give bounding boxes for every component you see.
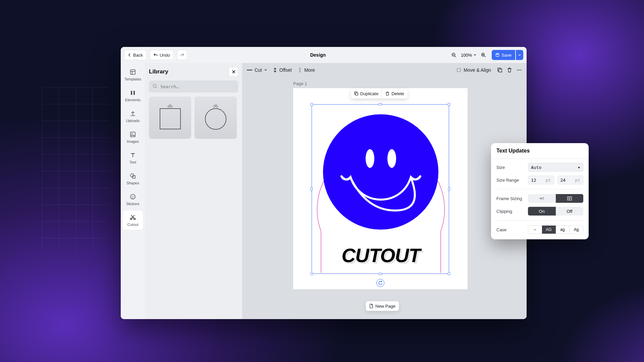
redo-button[interactable] [177, 50, 187, 60]
selection-box[interactable] [312, 104, 449, 274]
back-button[interactable]: Back [124, 50, 147, 60]
save-dropdown-button[interactable] [516, 50, 523, 60]
move-align-tool[interactable]: Move & Align [457, 67, 491, 73]
case-none[interactable]: – [528, 226, 542, 234]
zoom-in-button[interactable] [478, 50, 488, 60]
cut-tool-dropdown[interactable]: Cut [247, 67, 267, 73]
duplicate-button[interactable]: Duplicate [351, 88, 382, 99]
canvas-area[interactable]: Cut Offset More Move & Align [242, 63, 527, 319]
save-button[interactable]: Save [492, 50, 515, 60]
rail-text[interactable]: Text [123, 148, 143, 168]
divider [496, 189, 583, 189]
case-lower[interactable]: ag [556, 226, 570, 234]
size-max-input[interactable]: 24 pt [557, 176, 584, 184]
more-tool-dropdown[interactable]: More [298, 67, 315, 73]
case-title[interactable]: Ag [570, 226, 583, 234]
chevron-down-icon [264, 69, 267, 71]
size-label: Size [496, 165, 525, 170]
case-segmented[interactable]: – AG ag Ag [528, 225, 583, 234]
page-number: Page 1 [293, 81, 307, 86]
offset-tool[interactable]: Offset [273, 67, 292, 73]
resize-handle-br[interactable] [447, 272, 450, 275]
offset-icon [273, 68, 277, 72]
svg-rect-3 [130, 70, 135, 74]
zoom-out-icon [451, 53, 456, 57]
upload-icon [129, 110, 137, 117]
resize-handle-r[interactable] [448, 187, 450, 191]
svg-point-20 [216, 106, 218, 107]
close-library-button[interactable]: ✕ [229, 67, 238, 76]
canvas-toolbar: Cut Offset More Move & Align [242, 63, 527, 77]
auto-width-icon [539, 196, 544, 200]
svg-point-17 [170, 106, 172, 107]
size-min-input[interactable]: 12 pt [528, 176, 554, 184]
text-icon [129, 152, 137, 159]
clipping-label: Clipping [496, 209, 525, 214]
selection-actions: Duplicate Delete [351, 88, 408, 99]
rail-uploads[interactable]: Uploads [123, 107, 143, 126]
rail-cutout[interactable]: Cutout [123, 210, 143, 230]
duplicate-icon-button[interactable] [497, 67, 502, 73]
clipping-toggle[interactable]: On Off [528, 207, 583, 216]
delete-button[interactable]: Delete [382, 88, 408, 99]
resize-handle-t[interactable] [378, 103, 382, 105]
fixed-frame-icon [567, 196, 572, 200]
stickers-icon [129, 193, 137, 200]
rotate-icon [378, 281, 383, 285]
library-thumbnails [149, 97, 238, 139]
chevron-down-icon [474, 54, 476, 56]
library-search-input[interactable] [149, 80, 238, 93]
rail-templates[interactable]: Templates [123, 65, 143, 84]
back-label: Back [133, 53, 143, 58]
size-range-label: Size Range [496, 178, 525, 183]
cutout-thumbnail-circle[interactable] [195, 97, 237, 139]
size-select[interactable]: Auto ▾ [528, 163, 583, 172]
more-vertical-icon [298, 68, 302, 72]
new-page-button[interactable]: New Page [366, 301, 399, 311]
images-icon [129, 131, 137, 138]
svg-point-12 [133, 196, 134, 197]
zoom-controls: 100% [449, 50, 488, 60]
rail-images[interactable]: Images [123, 127, 143, 147]
svg-rect-18 [160, 109, 180, 129]
chevron-left-icon [128, 53, 131, 57]
svg-point-13 [130, 218, 132, 220]
library-panel: Library ✕ [145, 63, 242, 319]
align-icon [457, 68, 461, 72]
clipping-on[interactable]: On [528, 207, 556, 216]
frame-sizing-option-auto[interactable] [528, 194, 556, 203]
zoom-level[interactable]: 100% [461, 53, 476, 58]
undo-label: Undo [160, 53, 170, 58]
case-upper[interactable]: AG [542, 226, 556, 234]
rotate-handle[interactable] [376, 279, 384, 287]
redo-icon [180, 53, 184, 57]
zoom-out-button[interactable] [449, 50, 459, 60]
rail-elements[interactable]: Elements [123, 86, 143, 105]
frame-sizing-option-fixed[interactable] [556, 194, 584, 203]
rail-stickers[interactable]: Stickers [123, 190, 143, 209]
svg-point-10 [130, 194, 135, 199]
trash-icon-button[interactable] [507, 67, 512, 73]
resize-handle-tl[interactable] [310, 103, 313, 106]
resize-handle-bl[interactable] [310, 272, 313, 275]
undo-button[interactable]: Undo [150, 50, 174, 60]
save-split-button: Save [492, 50, 523, 60]
frame-sizing-toggle[interactable] [528, 194, 583, 203]
duplicate-icon [354, 92, 358, 96]
rail-shapes[interactable]: Shapes [123, 169, 143, 188]
close-icon: ✕ [231, 69, 236, 75]
resize-handle-b[interactable] [378, 273, 382, 275]
search-icon [152, 83, 158, 89]
clipping-off[interactable]: Off [556, 207, 584, 216]
templates-icon [129, 68, 137, 76]
more-horizontal-icon-button[interactable] [517, 68, 522, 72]
svg-point-14 [134, 218, 136, 220]
frame-sizing-label: Frame Sizing [496, 196, 525, 201]
resize-handle-l[interactable] [311, 187, 313, 191]
svg-point-23 [300, 68, 300, 69]
svg-point-16 [168, 106, 169, 107]
elements-icon [129, 89, 137, 97]
cutout-thumbnail-square[interactable] [149, 97, 191, 139]
resize-handle-tr[interactable] [447, 103, 450, 106]
save-label: Save [501, 53, 512, 58]
